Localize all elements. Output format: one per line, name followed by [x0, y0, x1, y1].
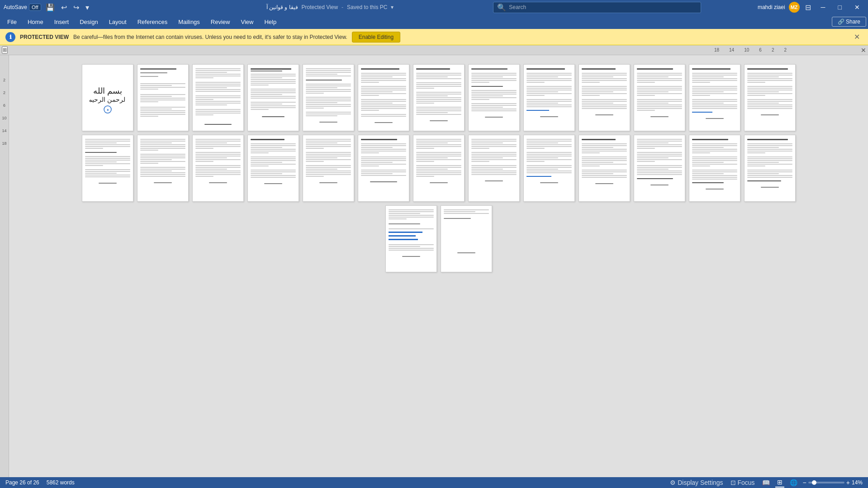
user-avatar[interactable]: MZ: [789, 2, 800, 13]
focus-icon: ⊡: [730, 479, 736, 486]
focus-button[interactable]: ⊡ Focus: [729, 478, 757, 487]
ruler-num-14: 14: [729, 47, 734, 52]
protected-message: Be careful—files from the Internet can c…: [73, 34, 347, 40]
main-content: 2 2 6 10 14 18 بسم الله الرحمن الرحيم ✦: [0, 55, 868, 477]
ruler-area: ⊞ 18 14 10 6 2 2 ✕: [0, 45, 868, 55]
redo-button[interactable]: ↪: [71, 2, 81, 13]
page-thumb-8[interactable]: [468, 64, 520, 131]
page-thumb-20[interactable]: [413, 135, 465, 202]
menu-design[interactable]: Design: [74, 17, 103, 27]
status-bar-right: ⚙ Display Settings ⊡ Focus 📖 ⊞ 🌐 − + 14%: [668, 478, 863, 488]
svg-text:بسم الله: بسم الله: [93, 86, 122, 96]
ruler-icon[interactable]: ⊞: [2, 46, 8, 54]
page-count: Page 26 of 26: [5, 479, 39, 486]
menu-mailings[interactable]: Mailings: [173, 17, 205, 27]
ribbon-display-button[interactable]: ⊟: [803, 2, 813, 13]
page-grid-row1: بسم الله الرحمن الرحيم ✦: [27, 64, 850, 131]
enable-editing-button[interactable]: Enable Editing: [352, 32, 400, 43]
left-sidebar-ruler: 2 2 6 10 14 18: [0, 55, 9, 477]
page-thumb-12[interactable]: [689, 64, 740, 131]
close-button[interactable]: ✕: [850, 2, 864, 13]
minimize-button[interactable]: ─: [816, 2, 830, 13]
page-thumb-4[interactable]: [247, 64, 299, 131]
save-button[interactable]: 💾: [44, 2, 57, 13]
page-thumb-23[interactable]: [579, 135, 630, 202]
autosave-label: AutoSave: [4, 4, 27, 10]
customize-button[interactable]: ▾: [84, 2, 91, 13]
page-thumb-21[interactable]: [468, 135, 520, 202]
undo-button[interactable]: ↩: [59, 2, 69, 13]
document-area: بسم الله الرحمن الرحيم ✦: [9, 55, 868, 477]
search-icon: 🔍: [497, 3, 506, 12]
menu-references[interactable]: References: [132, 17, 173, 27]
autosave-toggle[interactable]: Off: [29, 4, 41, 11]
menu-review[interactable]: Review: [205, 17, 236, 27]
page-thumb-22[interactable]: [523, 135, 575, 202]
page-thumb-3[interactable]: [192, 64, 244, 131]
ruler-num-10: 10: [744, 47, 749, 52]
page-thumb-7[interactable]: [413, 64, 465, 131]
page-thumb-10[interactable]: [579, 64, 630, 131]
print-layout-button[interactable]: ⊞: [775, 478, 784, 488]
focus-label: Focus: [737, 479, 754, 486]
ruler-numbers: 18 14 10 6 2 2: [714, 47, 787, 52]
menu-home[interactable]: Home: [22, 17, 49, 27]
page-thumb-11[interactable]: [634, 64, 685, 131]
user-name: mahdi ziaei: [758, 4, 785, 10]
page-thumb-15[interactable]: [137, 135, 189, 202]
protected-icon: ℹ: [5, 32, 15, 42]
page-thumb-28[interactable]: [441, 205, 492, 272]
zoom-slider[interactable]: [808, 482, 844, 483]
svg-text:الرحمن الرحيم: الرحمن الرحيم: [90, 96, 126, 104]
ruler-num-2a: 2: [772, 47, 774, 52]
search-input[interactable]: [509, 4, 697, 10]
page-thumb-24[interactable]: [634, 135, 685, 202]
page-grid-row2: [27, 135, 850, 202]
user-initials: MZ: [791, 5, 798, 10]
page-thumb-17[interactable]: [247, 135, 299, 202]
page-thumb-18[interactable]: [303, 135, 354, 202]
page-thumb-27[interactable]: [385, 205, 437, 272]
page-thumb-5[interactable]: [303, 64, 354, 131]
menu-help[interactable]: Help: [259, 17, 282, 27]
display-settings-button[interactable]: ⚙ Display Settings: [668, 478, 725, 487]
share-button[interactable]: 🔗 Share: [832, 17, 866, 27]
doc-title: فیقا و قوانین آ: [266, 4, 298, 10]
menu-insert[interactable]: Insert: [49, 17, 75, 27]
left-ruler-numbers: 2 2 6 10 14 18: [2, 78, 6, 146]
search-box[interactable]: 🔍: [493, 2, 701, 13]
title-bar-left: AutoSave Off 💾 ↩ ↪ ▾: [4, 2, 167, 13]
cover-calligraphy: بسم الله الرحمن الرحيم ✦: [90, 76, 126, 120]
page-thumb-1[interactable]: بسم الله الرحمن الرحيم ✦: [82, 64, 133, 131]
page-thumb-16[interactable]: [192, 135, 244, 202]
page-thumb-19[interactable]: [358, 135, 409, 202]
word-count: 5862 words: [47, 479, 75, 486]
title-bar: AutoSave Off 💾 ↩ ↪ ▾ فیقا و قوانین آ Pro…: [0, 0, 868, 14]
page-thumb-2[interactable]: [137, 64, 189, 131]
display-settings-icon: ⚙: [670, 479, 676, 486]
menu-view[interactable]: View: [235, 17, 259, 27]
menu-file[interactable]: File: [2, 17, 22, 27]
page-thumb-26[interactable]: [744, 135, 796, 202]
ruler-num-18: 18: [714, 47, 719, 52]
page-thumb-9[interactable]: [523, 64, 575, 131]
save-status-arrow: ▾: [391, 4, 394, 10]
page-thumb-14[interactable]: [82, 135, 133, 202]
close-protected-bar[interactable]: ✕: [851, 32, 863, 42]
save-status-label: Saved to this PC: [347, 4, 387, 10]
read-mode-button[interactable]: 📖: [760, 478, 772, 487]
zoom-control: − + 14%: [803, 479, 863, 486]
zoom-out-button[interactable]: −: [803, 479, 806, 486]
menu-bar: File Home Insert Design Layout Reference…: [0, 14, 868, 29]
page-thumb-25[interactable]: [689, 135, 740, 202]
menu-layout[interactable]: Layout: [104, 17, 132, 27]
page-thumb-13[interactable]: [744, 64, 796, 131]
zoom-in-button[interactable]: +: [846, 479, 850, 486]
svg-text:✦: ✦: [106, 108, 109, 112]
maximize-button[interactable]: □: [834, 2, 846, 13]
shield-icon: ℹ: [9, 34, 12, 40]
zoom-slider-thumb: [812, 480, 816, 485]
page-thumb-6[interactable]: [358, 64, 409, 131]
ruler-close-button[interactable]: ✕: [861, 47, 866, 54]
web-layout-button[interactable]: 🌐: [788, 478, 799, 487]
